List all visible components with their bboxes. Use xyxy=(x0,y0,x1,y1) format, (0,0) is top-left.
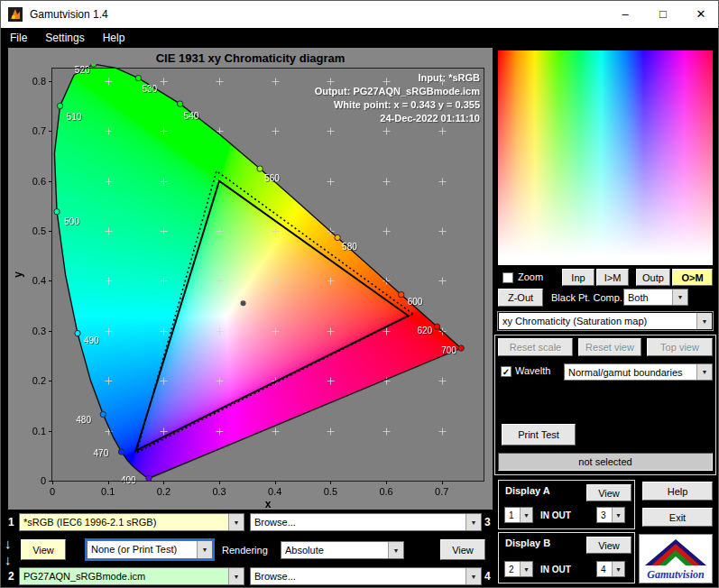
display-b-in-value: 2 xyxy=(505,562,520,576)
close-button[interactable]: ✕ xyxy=(682,1,719,27)
chevron-down-icon[interactable]: ▼ xyxy=(612,508,624,522)
profile-controls-panel: 1 *sRGB (IEC6 1996-2.1 sRGB) ▼ Browse...… xyxy=(1,510,493,588)
down-arrow-icon: ↓ xyxy=(5,553,12,566)
chromaticity-panel: CIE 1931 xy Chromaticity diagram Input: … xyxy=(8,48,493,510)
outp-button[interactable]: Outp xyxy=(636,269,670,286)
output-to-monitor-button[interactable]: O>M xyxy=(672,269,713,286)
chevron-down-icon[interactable]: ▼ xyxy=(228,568,244,584)
display-b-in-select[interactable]: 2 ▼ xyxy=(504,561,533,577)
exit-button[interactable]: Exit xyxy=(642,508,713,527)
chevron-glyph: ▼ xyxy=(234,574,240,580)
display-a-inout-label: IN OUT xyxy=(540,510,571,520)
app-icon xyxy=(8,7,23,22)
menu-file[interactable]: File xyxy=(1,28,36,48)
maximize-icon: □ xyxy=(659,7,667,21)
status-bar: not selected xyxy=(498,453,713,471)
rendering-label: Rendering xyxy=(222,545,268,556)
boundaries-select[interactable]: Normal/gamut boundaries ▼ xyxy=(564,363,713,381)
menu-settings[interactable]: Settings xyxy=(36,28,93,48)
display-a-out-select[interactable]: 3 ▼ xyxy=(596,507,625,523)
chevron-down-icon[interactable]: ▼ xyxy=(672,289,687,305)
zoom-label: Zoom xyxy=(518,271,543,282)
check-icon: ✓ xyxy=(502,367,510,377)
zoom-out-button[interactable]: Z-Out xyxy=(498,289,543,307)
display-a-out-value: 3 xyxy=(597,508,612,522)
view-mode-value: xy Chromaticity (Saturation map) xyxy=(499,313,696,329)
rendering-mode-value: Absolute xyxy=(281,542,388,558)
slot-3-label: 3 xyxy=(484,516,491,528)
help-button[interactable]: Help xyxy=(642,482,713,501)
annotation-output: Output: PG27AQN_sRGBmode.icm xyxy=(315,85,480,98)
chevron-down-icon[interactable]: ▼ xyxy=(696,364,712,380)
rendering-intent-value: None (or Print Test) xyxy=(88,541,197,558)
chevron-glyph: ▼ xyxy=(234,519,240,526)
output-profile-select[interactable]: PG27AQN_sRGBmode.icm ▼ xyxy=(19,567,244,585)
reset-view-button[interactable]: Reset view xyxy=(578,338,641,356)
view-right-button[interactable]: View xyxy=(440,539,485,560)
chart-title: CIE 1931 xy Chromaticity diagram xyxy=(8,51,493,65)
inp-button[interactable]: Inp xyxy=(562,269,595,286)
chevron-down-icon[interactable]: ▼ xyxy=(388,542,403,558)
chevron-glyph: ▼ xyxy=(471,519,477,526)
view-left-button[interactable]: View xyxy=(21,539,66,560)
browse-input-select[interactable]: Browse... ▼ xyxy=(250,513,482,531)
annotation-datetime: 24-Dec-2022 01:11:10 xyxy=(315,112,480,125)
browse-output-select[interactable]: Browse... ▼ xyxy=(250,567,482,585)
top-view-button[interactable]: Top view xyxy=(647,338,713,356)
gamutvision-logo: Gamutvision xyxy=(639,534,713,583)
chevron-down-icon[interactable]: ▼ xyxy=(520,562,532,576)
right-panel: Zoom Inp I>M Outp O>M Z-Out Black Pt. Co… xyxy=(493,48,719,588)
input-to-monitor-button[interactable]: I>M xyxy=(596,269,629,286)
boundaries-value: Normal/gamut boundaries xyxy=(565,364,696,380)
wavelth-label: Wavelth xyxy=(515,365,550,376)
minimize-icon: – xyxy=(622,7,628,21)
down-arrow-icon: ↓ xyxy=(5,537,12,550)
display-b-group: Display B View 2 ▼ IN OUT 4 ▼ xyxy=(498,532,635,583)
rendering-intent-select[interactable]: None (or Print Test) ▼ xyxy=(87,540,213,559)
minimize-button[interactable]: – xyxy=(606,1,644,27)
title-bar: Gamutvision 1.4 – □ ✕ xyxy=(1,1,719,28)
zoom-checkbox[interactable] xyxy=(502,272,513,283)
input-profile-select[interactable]: *sRGB (IEC6 1996-2.1 sRGB) ▼ xyxy=(19,513,244,531)
black-pt-comp-select[interactable]: Both ▼ xyxy=(623,289,688,306)
display-a-in-value: 1 xyxy=(505,508,520,522)
display-b-view-button[interactable]: View xyxy=(586,537,631,554)
browse-input-value: Browse... xyxy=(251,514,466,530)
slot-2-label: 2 xyxy=(8,570,14,583)
wavelth-checkbox[interactable]: ✓ xyxy=(501,366,512,377)
rendering-mode-select[interactable]: Absolute ▼ xyxy=(281,541,404,559)
chevron-down-icon[interactable]: ▼ xyxy=(520,508,532,522)
maximize-button[interactable]: □ xyxy=(644,1,682,27)
slot-1-label: 1 xyxy=(8,516,14,528)
display-a-group: Display A View 1 ▼ IN OUT 3 ▼ xyxy=(498,480,635,529)
print-test-button[interactable]: Print Test xyxy=(502,424,576,446)
output-profile-value: PG27AQN_sRGBmode.icm xyxy=(20,568,228,584)
cie-chromaticity-canvas[interactable] xyxy=(8,64,493,510)
chevron-glyph: ▼ xyxy=(615,512,622,519)
chevron-glyph: ▼ xyxy=(702,369,708,375)
chevron-down-icon[interactable]: ▼ xyxy=(466,514,481,530)
menu-help[interactable]: Help xyxy=(94,28,134,48)
annotation-input: Input: *sRGB xyxy=(315,71,480,85)
gamutvision-window: Gamutvision 1.4 – □ ✕ File Settings Help… xyxy=(0,0,719,588)
chevron-down-icon[interactable]: ▼ xyxy=(197,541,212,558)
chevron-down-icon[interactable]: ▼ xyxy=(696,313,712,329)
chevron-glyph: ▼ xyxy=(523,566,530,573)
display-a-view-button[interactable]: View xyxy=(586,484,631,501)
reset-scale-button[interactable]: Reset scale xyxy=(498,338,573,356)
chevron-glyph: ▼ xyxy=(702,318,708,325)
chart-annotations: Input: *sRGB Output: PG27AQN_sRGBmode.ic… xyxy=(315,71,480,125)
input-profile-value: *sRGB (IEC6 1996-2.1 sRGB) xyxy=(20,514,228,530)
chevron-down-icon[interactable]: ▼ xyxy=(612,562,624,576)
view-mode-select[interactable]: xy Chromaticity (Saturation map) ▼ xyxy=(498,312,713,330)
chevron-glyph: ▼ xyxy=(678,294,684,300)
slot-4-label: 4 xyxy=(484,570,491,583)
chevron-down-icon[interactable]: ▼ xyxy=(228,514,244,530)
display-a-in-select[interactable]: 1 ▼ xyxy=(504,507,533,523)
chevron-glyph: ▼ xyxy=(471,574,477,580)
browse-output-value: Browse... xyxy=(251,568,466,584)
window-title: Gamutvision 1.4 xyxy=(30,1,108,28)
display-b-title: Display B xyxy=(505,537,550,548)
chevron-down-icon[interactable]: ▼ xyxy=(466,568,481,584)
display-b-out-select[interactable]: 4 ▼ xyxy=(596,561,625,577)
